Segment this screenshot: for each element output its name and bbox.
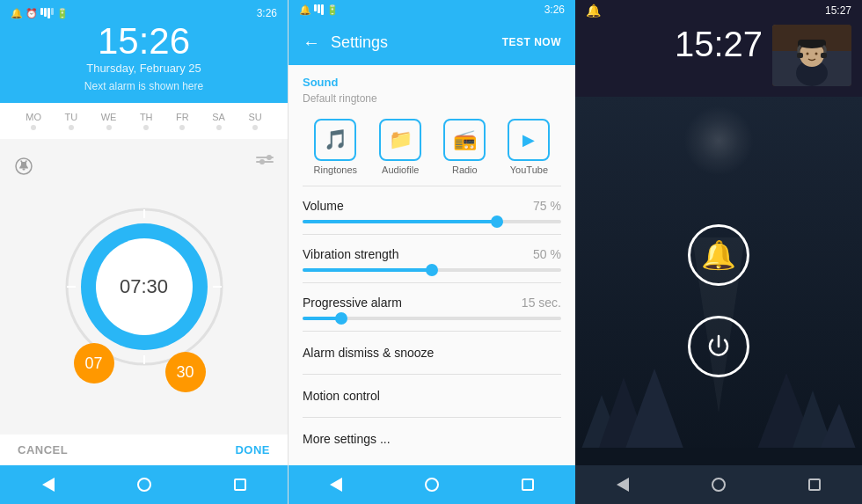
day-dot-sa bbox=[216, 125, 222, 130]
volume-header: Volume 75 % bbox=[303, 199, 561, 213]
recent-button-3[interactable] bbox=[797, 467, 832, 502]
progressive-value: 15 sec. bbox=[522, 296, 561, 310]
day-mo[interactable]: MO bbox=[26, 112, 41, 130]
test-now-button[interactable]: TEST NOW bbox=[502, 36, 561, 48]
volume-value: 75 % bbox=[533, 199, 561, 213]
day-label-su: SU bbox=[248, 112, 261, 122]
day-su[interactable]: SU bbox=[248, 112, 261, 130]
day-dot-tu bbox=[69, 125, 74, 130]
back-button-2[interactable]: ← bbox=[303, 33, 320, 53]
minute-bubble[interactable]: 30 bbox=[165, 352, 206, 392]
progressive-label: Progressive alarm bbox=[303, 296, 402, 310]
sound-sub-label: Default ringtone bbox=[289, 92, 575, 112]
vibration-value: 50 % bbox=[533, 247, 561, 261]
slider-line-2 bbox=[256, 161, 274, 163]
youtube-icon: ▶ bbox=[508, 119, 550, 161]
motion-row[interactable]: Motion control bbox=[289, 375, 575, 417]
radio-option[interactable]: 📻 Radio bbox=[443, 119, 486, 175]
status-bar-1: 🔔 ⏰ 🔋 3:26 bbox=[11, 7, 277, 19]
vibration-label: Vibration strength bbox=[303, 247, 398, 261]
home-icon-3 bbox=[712, 478, 726, 492]
back-button-nav-2[interactable] bbox=[318, 467, 354, 502]
alarm-time-display: 15:26 bbox=[11, 23, 277, 60]
vibration-fill bbox=[303, 268, 432, 272]
clock-area: 07:30 07 30 bbox=[0, 139, 288, 435]
scene-background: 🔔 bbox=[575, 97, 862, 465]
power-icon-svg bbox=[705, 332, 733, 361]
back-icon-1 bbox=[42, 478, 55, 492]
header-time-1: 3:26 bbox=[257, 7, 277, 19]
cancel-button[interactable]: CANCEL bbox=[18, 443, 68, 457]
status-time-2: 3:26 bbox=[544, 4, 565, 16]
hour-bubble[interactable]: 07 bbox=[74, 343, 114, 383]
day-we[interactable]: WE bbox=[101, 112, 117, 130]
ringtones-icon: 🎵 bbox=[314, 119, 356, 161]
day-dot-we bbox=[106, 125, 112, 130]
header-left-2: ← Settings bbox=[303, 33, 388, 53]
volume-slider[interactable] bbox=[303, 220, 561, 223]
alarm-header: 🔔 ⏰ 🔋 3:26 15:26 Thursday, February 25 N… bbox=[0, 0, 288, 103]
nav-bar-2 bbox=[289, 465, 575, 504]
svg-rect-18 bbox=[797, 53, 803, 58]
volume-fill bbox=[303, 220, 497, 223]
recent-button-1[interactable] bbox=[223, 467, 258, 502]
volume-label: Volume bbox=[303, 199, 344, 213]
alarm-panel: 🔔 ⏰ 🔋 3:26 15:26 Thursday, February 25 N… bbox=[0, 0, 288, 504]
progressive-row: Progressive alarm 15 sec. bbox=[289, 283, 575, 331]
clock-center-time: 07:30 bbox=[120, 275, 168, 298]
alarm-list-icon[interactable] bbox=[14, 157, 33, 179]
vibration-thumb[interactable] bbox=[426, 264, 438, 276]
settings-sliders-icon[interactable] bbox=[256, 157, 274, 163]
audiofile-option[interactable]: 📁 Audiofile bbox=[379, 119, 421, 175]
dismiss-label: Alarm dismiss & snooze bbox=[303, 346, 434, 360]
back-button-3[interactable] bbox=[605, 467, 640, 502]
alarm-ring-panel: 🔔 15:27 15:27 bbox=[575, 0, 862, 504]
youtube-option[interactable]: ▶ YouTube bbox=[508, 119, 550, 175]
svg-line-2 bbox=[21, 161, 22, 163]
more-settings-row[interactable]: More settings ... bbox=[289, 418, 575, 460]
day-sa[interactable]: SA bbox=[212, 112, 225, 130]
thumbnail bbox=[772, 25, 851, 86]
status-bar-3: 🔔 15:27 bbox=[575, 0, 862, 21]
day-label-mo: MO bbox=[26, 112, 41, 122]
status-icons-1: 🔔 ⏰ 🔋 bbox=[11, 8, 69, 19]
status-icons-2: 🔔 🔋 bbox=[299, 4, 339, 16]
home-button-1[interactable] bbox=[127, 467, 162, 502]
home-button-2[interactable] bbox=[414, 467, 449, 502]
svg-line-3 bbox=[26, 161, 26, 163]
back-icon-2 bbox=[330, 478, 342, 492]
clock-ring[interactable]: 07:30 07 30 bbox=[56, 199, 232, 375]
alarm-date: Thursday, February 25 bbox=[11, 62, 277, 75]
recent-button-2[interactable] bbox=[510, 467, 545, 502]
day-tu[interactable]: TU bbox=[64, 112, 77, 130]
home-button-3[interactable] bbox=[701, 467, 736, 502]
svg-rect-19 bbox=[821, 53, 827, 58]
back-icon-3 bbox=[617, 478, 629, 492]
recent-icon-2 bbox=[522, 478, 534, 491]
slider-line-1 bbox=[256, 157, 274, 158]
alarm-footer: CANCEL DONE bbox=[0, 435, 288, 465]
bell-ring-button[interactable]: 🔔 bbox=[688, 224, 749, 286]
vibration-slider[interactable] bbox=[303, 268, 561, 272]
status-time-3: 15:27 bbox=[825, 4, 851, 17]
done-button[interactable]: DONE bbox=[235, 443, 270, 457]
thumbnail-person bbox=[772, 25, 851, 86]
power-button[interactable] bbox=[688, 316, 749, 377]
status-bar-2: 🔔 🔋 3:26 bbox=[289, 0, 575, 19]
day-dot-th bbox=[143, 125, 149, 130]
progressive-slider[interactable] bbox=[303, 317, 561, 320]
dismiss-row[interactable]: Alarm dismiss & snooze bbox=[289, 332, 575, 374]
day-label-fr: FR bbox=[176, 112, 189, 122]
bell-ring-icon: 🔔 bbox=[701, 238, 736, 272]
volume-row: Volume 75 % bbox=[289, 186, 575, 234]
day-th[interactable]: TH bbox=[140, 112, 153, 130]
back-button-1[interactable] bbox=[31, 467, 66, 502]
svg-rect-1 bbox=[23, 169, 26, 171]
ringtones-option[interactable]: 🎵 Ringtones bbox=[314, 119, 358, 175]
days-row: MO TU WE TH FR SA SU bbox=[0, 103, 288, 139]
progressive-thumb[interactable] bbox=[335, 312, 347, 325]
day-fr[interactable]: FR bbox=[176, 112, 189, 130]
nav-bar-3 bbox=[575, 465, 862, 504]
home-icon-2 bbox=[425, 478, 439, 492]
volume-thumb[interactable] bbox=[491, 215, 503, 228]
